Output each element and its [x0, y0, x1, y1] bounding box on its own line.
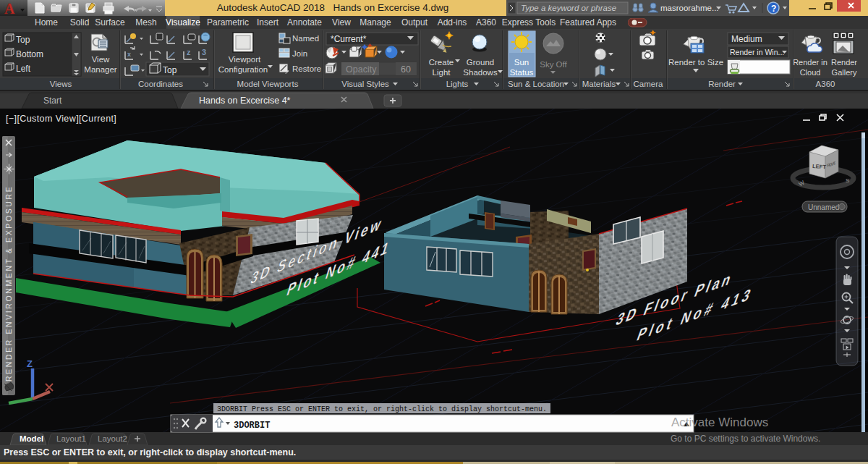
- svg-text:Hands on Excercise 4*: Hands on Excercise 4*: [199, 96, 291, 106]
- svg-text:Start: Start: [43, 96, 62, 106]
- svg-text:View: View: [92, 55, 110, 64]
- svg-text:Render: Render: [831, 58, 857, 67]
- svg-text:Render in: Render in: [793, 58, 827, 67]
- svg-text:Gallery: Gallery: [832, 68, 857, 77]
- svg-text:Medium: Medium: [731, 34, 762, 44]
- svg-text:Unnamed: Unnamed: [808, 203, 839, 211]
- svg-text:Top: Top: [163, 65, 177, 75]
- svg-text:Restore: Restore: [292, 64, 321, 73]
- svg-text:Named: Named: [292, 34, 319, 43]
- svg-text:Top: Top: [16, 35, 30, 45]
- svg-text:Camera: Camera: [634, 80, 664, 88]
- svg-text:LEFT: LEFT: [812, 163, 827, 170]
- svg-text:Render in Win...: Render in Win...: [730, 48, 784, 56]
- svg-text:Layout1: Layout1: [56, 434, 86, 443]
- svg-text:masroorahme...: masroorahme...: [660, 4, 719, 12]
- svg-text:Bottom: Bottom: [16, 49, 43, 59]
- svg-text:Opacity: Opacity: [346, 64, 377, 75]
- svg-text:3DORBIT: 3DORBIT: [234, 421, 270, 431]
- svg-text:Manager: Manager: [84, 65, 117, 74]
- svg-text:Layout2: Layout2: [98, 434, 127, 443]
- svg-text:Status: Status: [510, 68, 534, 77]
- svg-text:Lights: Lights: [446, 80, 469, 88]
- svg-text:Sun: Sun: [514, 58, 529, 67]
- svg-text:Activate Windows: Activate Windows: [671, 416, 768, 429]
- svg-text:Viewport: Viewport: [229, 55, 261, 64]
- svg-text:*Current*: *Current*: [331, 34, 367, 44]
- svg-text:Model: Model: [20, 434, 43, 443]
- svg-text:Visual Styles: Visual Styles: [341, 80, 389, 88]
- svg-text:RENDER ENVIRONMENT & EXPOSURE: RENDER ENVIRONMENT & EXPOSURE: [4, 185, 13, 381]
- svg-text:Shadows: Shadows: [463, 68, 498, 77]
- svg-text:Go to PC settings to activate: Go to PC settings to activate Windows.: [671, 434, 820, 444]
- svg-text:?: ?: [771, 4, 776, 14]
- svg-text:Views: Views: [50, 80, 72, 88]
- svg-text:Materials: Materials: [582, 80, 616, 88]
- svg-text:Ground: Ground: [467, 58, 494, 67]
- svg-text:Model Viewports: Model Viewports: [237, 80, 299, 88]
- svg-text:Type a keyword or phrase: Type a keyword or phrase: [521, 4, 616, 12]
- svg-text:Render to Size: Render to Size: [668, 58, 723, 67]
- svg-text:S: S: [846, 177, 849, 184]
- svg-text:60: 60: [401, 64, 411, 75]
- svg-text:Z: Z: [27, 358, 33, 369]
- svg-text:Join: Join: [292, 49, 307, 58]
- svg-text:Cloud: Cloud: [800, 68, 821, 77]
- svg-text:3: 3: [202, 48, 206, 56]
- svg-text:3DORBIT Press ESC or ENTER to: 3DORBIT Press ESC or ENTER to exit, or r…: [217, 405, 547, 413]
- svg-text:z: z: [187, 48, 191, 56]
- svg-text:x: x: [127, 51, 131, 58]
- svg-text:A360: A360: [816, 80, 835, 88]
- svg-text:Left: Left: [16, 64, 31, 74]
- svg-text:Sun & Location: Sun & Location: [508, 80, 564, 88]
- svg-text:A: A: [4, 1, 15, 16]
- svg-text:Sky Off: Sky Off: [540, 60, 567, 69]
- svg-text:Light: Light: [433, 68, 451, 77]
- svg-text:Create: Create: [429, 58, 454, 67]
- svg-text:Configuration: Configuration: [218, 65, 268, 74]
- svg-text:Render: Render: [708, 80, 736, 88]
- svg-text:[−][Custom View][Current]: [−][Custom View][Current]: [6, 114, 116, 124]
- svg-text:Coordinates: Coordinates: [138, 80, 183, 88]
